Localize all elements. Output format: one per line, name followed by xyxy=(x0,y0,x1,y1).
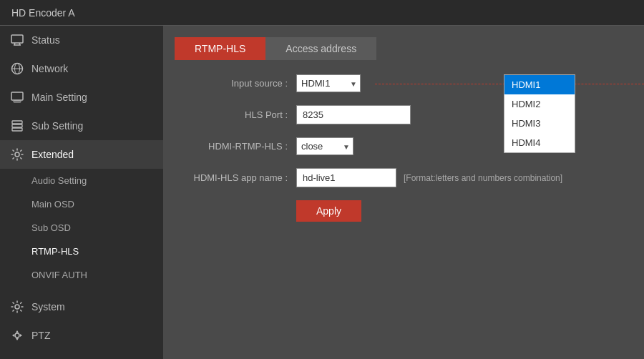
layers-icon xyxy=(10,119,24,133)
sidebar-item-network-label: Network xyxy=(31,63,68,74)
input-source-select[interactable]: HDMI1 HDMI2 HDMI3 HDMI4 xyxy=(296,74,361,92)
sidebar-sub-item-sub-osd-label: Sub OSD xyxy=(31,222,71,233)
svg-rect-10 xyxy=(12,124,22,127)
sidebar-item-main-setting-label: Main Setting xyxy=(31,92,87,103)
globe-icon xyxy=(10,62,24,76)
content-area: RTMP-HLS Access address Input source : H… xyxy=(163,26,644,359)
hdmi-rtmp-hls-select[interactable]: close open xyxy=(296,137,353,155)
sidebar-sub-item-audio-setting[interactable]: Audio Setting xyxy=(0,169,163,192)
sidebar-sub-item-main-osd-label: Main OSD xyxy=(31,199,74,210)
hdmi-hls-app-name-row: HDMI-HLS app name : [Format:letters and … xyxy=(175,168,633,187)
svg-rect-0 xyxy=(11,35,23,43)
hdmi-rtmp-hls-select-wrapper: close open xyxy=(296,137,353,155)
svg-rect-8 xyxy=(14,101,21,102)
hls-port-input[interactable] xyxy=(296,105,411,124)
dropdown-item-hdmi3[interactable]: HDMI3 xyxy=(504,114,575,133)
sidebar-sub-item-rtmp-hls-label: RTMP-HLS xyxy=(31,246,79,257)
monitor-icon xyxy=(10,33,24,47)
ptz-icon xyxy=(10,328,24,343)
sidebar-item-ptz-label: PTZ xyxy=(31,330,50,341)
sidebar-item-ptz[interactable]: PTZ xyxy=(0,321,163,350)
input-source-dropdown: HDMI1 HDMI2 HDMI3 HDMI4 xyxy=(504,74,575,153)
dropdown-item-hdmi1[interactable]: HDMI1 xyxy=(504,75,575,94)
sidebar-item-status[interactable]: Status xyxy=(0,26,163,54)
sidebar-sub-item-onvif-auth-label: ONVIF AUTH xyxy=(31,270,87,280)
dropdown-item-hdmi4[interactable]: HDMI4 xyxy=(504,133,575,152)
tab-access-address[interactable]: Access address xyxy=(265,37,376,60)
sidebar-sub-item-rtmp-hls[interactable]: RTMP-HLS xyxy=(0,240,163,263)
hdmi-hls-app-name-input[interactable] xyxy=(296,168,396,187)
sidebar-sub-item-onvif-auth[interactable]: ONVIF AUTH xyxy=(0,263,163,287)
system-gear-icon xyxy=(10,300,24,314)
svg-point-13 xyxy=(15,305,19,309)
title-bar-text: HD Encoder A xyxy=(11,7,75,19)
svg-rect-7 xyxy=(11,92,23,100)
input-source-select-wrapper: HDMI1 HDMI2 HDMI3 HDMI4 xyxy=(296,74,361,92)
sidebar-sub-item-sub-osd[interactable]: Sub OSD xyxy=(0,216,163,240)
sidebar-item-network[interactable]: Network xyxy=(0,54,163,83)
sidebar-item-extended-label: Extended xyxy=(31,149,74,160)
hdmi-hls-app-name-label: HDMI-HLS app name : xyxy=(175,172,296,183)
apply-row: Apply xyxy=(175,200,633,222)
sidebar-sub-item-main-osd[interactable]: Main OSD xyxy=(0,192,163,216)
sidebar-item-status-label: Status xyxy=(31,34,60,46)
input-source-row: Input source : HDMI1 HDMI2 HDMI3 HDMI4 H… xyxy=(175,74,633,92)
sidebar-item-extended[interactable]: Extended xyxy=(0,140,163,169)
tabs: RTMP-HLS Access address xyxy=(175,37,633,60)
svg-point-12 xyxy=(15,152,19,157)
title-bar: HD Encoder A xyxy=(0,0,644,26)
svg-rect-9 xyxy=(12,121,22,124)
input-source-label: Input source : xyxy=(175,78,296,89)
sidebar-sub-item-audio-setting-label: Audio Setting xyxy=(31,175,87,186)
tab-rtmp-hls[interactable]: RTMP-HLS xyxy=(175,37,265,60)
gear-icon xyxy=(10,147,24,162)
dropdown-item-hdmi2[interactable]: HDMI2 xyxy=(504,94,575,114)
svg-point-14 xyxy=(15,333,19,338)
sidebar-item-system[interactable]: System xyxy=(0,292,163,321)
sidebar-item-sub-setting-label: Sub Setting xyxy=(31,120,83,132)
display-icon xyxy=(10,90,24,104)
hls-port-label: HLS Port : xyxy=(175,109,296,120)
svg-rect-11 xyxy=(12,128,22,131)
sidebar-item-system-label: System xyxy=(31,301,65,313)
form-area: Input source : HDMI1 HDMI2 HDMI3 HDMI4 H… xyxy=(175,74,633,222)
sidebar: Status Network Main Setting xyxy=(0,26,163,359)
hdmi-hls-app-name-hint: [Format:letters and numbers combination] xyxy=(404,173,562,183)
sidebar-item-sub-setting[interactable]: Sub Setting xyxy=(0,112,163,140)
apply-button[interactable]: Apply xyxy=(296,200,361,222)
main-layout: Status Network Main Setting xyxy=(0,26,644,359)
hdmi-rtmp-hls-label: HDMI-RTMP-HLS : xyxy=(175,141,296,152)
sidebar-item-main-setting[interactable]: Main Setting xyxy=(0,83,163,112)
